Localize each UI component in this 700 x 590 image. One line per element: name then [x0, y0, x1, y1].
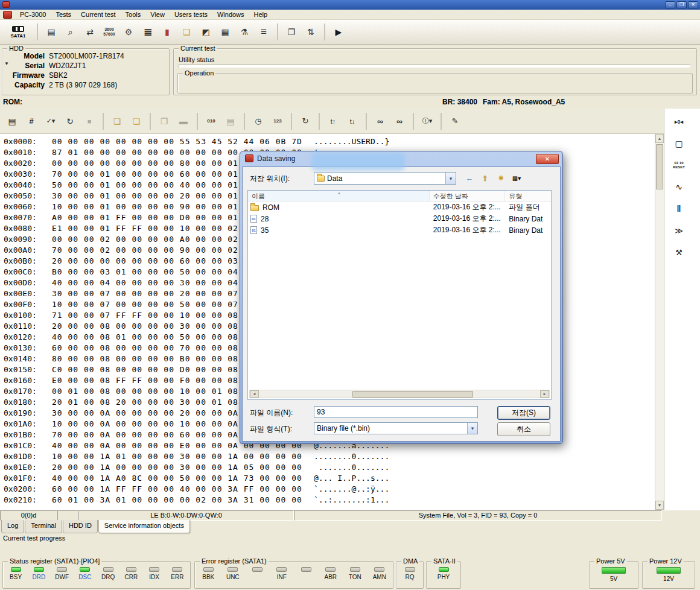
new-folder-icon[interactable]: ✱: [494, 172, 508, 185]
selection-frame-icon[interactable]: ▢: [668, 135, 690, 152]
file-row[interactable]: 01 35 2019-03-16 오후 2:... Binary Dat: [248, 224, 551, 236]
settings-icon[interactable]: ⚙: [119, 23, 138, 41]
text-up-icon[interactable]: t↑: [324, 112, 342, 130]
register-led: BBK: [196, 567, 221, 580]
column-header-name[interactable]: 이름 ▲: [248, 191, 430, 201]
file-list[interactable]: 이름 ▲ 수정한 날짜 유형 ROM: [247, 190, 552, 400]
tab-hdd-id[interactable]: HDD ID: [63, 520, 98, 533]
scroll-right-icon[interactable]: ►: [540, 390, 549, 398]
chart-icon[interactable]: ◩: [197, 23, 215, 41]
hex-row[interactable]: 0x0200: 60 00 00 1A FF FF 00 00 40 00 00…: [0, 484, 655, 495]
timer-icon[interactable]: ◷: [249, 112, 267, 130]
minimize-button[interactable]: –: [665, 1, 675, 8]
new-document-icon[interactable]: ▤: [3, 112, 21, 130]
hex-grid-icon[interactable]: #: [22, 112, 40, 130]
info-menu-icon[interactable]: Ⓘ▾: [418, 112, 436, 130]
refresh-icon[interactable]: ↻: [61, 112, 79, 130]
file-row[interactable]: ROM 2019-03-16 오후 2:... 파일 폴더: [248, 201, 551, 213]
resources-icon[interactable]: ▤: [42, 23, 60, 41]
numbers-icon[interactable]: 123: [269, 112, 287, 130]
file-type-combobox[interactable]: Binary file (*.bin) ▾: [314, 422, 478, 434]
menu-help[interactable]: Help: [249, 10, 273, 19]
chevron-down-icon[interactable]: ▾: [445, 173, 456, 184]
scrollbar-thumb[interactable]: [352, 391, 473, 398]
find-next-icon[interactable]: ∞: [390, 112, 409, 130]
text-down-icon[interactable]: t↓: [343, 112, 361, 130]
hdd-field: Capacity2 TB (3 907 029 168): [6, 81, 117, 89]
document-icon[interactable]: ▤: [221, 112, 240, 130]
menu-current-test[interactable]: Current test: [76, 10, 120, 19]
search-icon[interactable]: ⌕: [62, 23, 80, 41]
flask-icon[interactable]: ⚗: [235, 23, 253, 41]
tab-log[interactable]: Log: [1, 520, 24, 533]
cancel-button[interactable]: 취소: [497, 422, 550, 436]
status-cell-blank: [57, 510, 78, 521]
stop-icon[interactable]: ■: [80, 112, 98, 130]
power-meter-icon[interactable]: ▸0◂: [668, 113, 690, 130]
save-button[interactable]: 저장(S): [497, 406, 550, 420]
dialog-titlebar[interactable]: Data saving ✕: [240, 151, 562, 167]
report-icon[interactable]: ≡: [255, 23, 273, 41]
pause-icon[interactable]: ‖: [668, 200, 690, 217]
up-folder-icon[interactable]: ⇧: [478, 172, 492, 185]
database-icon[interactable]: ≣: [139, 23, 157, 41]
tools-icon[interactable]: ⚒: [668, 244, 690, 261]
views-menu-icon[interactable]: ▦▾: [509, 172, 524, 185]
copy-icon[interactable]: ❐: [282, 23, 301, 41]
reload-icon[interactable]: ↻: [296, 112, 314, 130]
horizontal-scrollbar[interactable]: ◄ ►: [249, 390, 550, 398]
baud-rate-value: BR: 38400: [442, 98, 477, 106]
vertical-scrollbar[interactable]: ▲ ▼: [655, 134, 664, 510]
menu-pc3000[interactable]: PC-3000: [15, 10, 51, 19]
paste-icon[interactable]: ▬: [174, 112, 192, 130]
menu-view[interactable]: View: [145, 10, 170, 19]
hex-row[interactable]: 0x0000: 00 00 00 00 00 00 00 00 55 53 45…: [0, 137, 655, 148]
folder-eject-icon[interactable]: ❏: [177, 23, 196, 41]
column-header-date[interactable]: 수정한 날짜: [430, 191, 506, 201]
menu-users-tests[interactable]: Users tests: [170, 10, 212, 19]
menu-tools[interactable]: Tools: [121, 10, 146, 19]
led-indicator: [57, 567, 67, 572]
dialog-close-button[interactable]: ✕: [536, 154, 559, 164]
binary-edit-icon[interactable]: 010: [202, 112, 220, 130]
transfer-icon[interactable]: ≫: [668, 222, 690, 239]
power-module-icon[interactable]: ▮: [158, 23, 176, 41]
copy-icon[interactable]: ❐: [155, 112, 173, 130]
run-icon[interactable]: ▶: [329, 23, 348, 41]
baud-rate-icon[interactable]: 3600 57600: [100, 23, 118, 41]
hex-row[interactable]: 0x0210: 60 01 00 3A 01 00 00 00 00 02 00…: [0, 495, 655, 506]
sata1-port-button[interactable]: SATA1: [3, 21, 33, 43]
edit-icon[interactable]: ✎: [446, 112, 464, 130]
tab-service-information-objects[interactable]: Service information objects: [98, 520, 190, 533]
scrollbar-thumb[interactable]: [656, 144, 663, 189]
exchange-icon[interactable]: ⇄: [81, 23, 99, 41]
find-icon[interactable]: ∞: [371, 112, 389, 130]
status-cell-object: System File, Vol = 3, FID = 93, Copy = 0: [294, 510, 662, 521]
scroll-left-icon[interactable]: ◄: [250, 390, 259, 398]
folder-export-icon[interactable]: ❏: [127, 112, 145, 130]
tab-terminal[interactable]: Terminal: [25, 520, 62, 533]
hex-row[interactable]: 0x01E0: 20 00 00 1A 00 00 00 00 30 00 00…: [0, 463, 655, 474]
register-led: INF: [270, 567, 294, 580]
chevron-down-icon[interactable]: ▾: [467, 423, 477, 434]
apply-menu-icon[interactable]: ✓▾: [42, 112, 60, 130]
signal-probe-icon[interactable]: ∿: [668, 179, 690, 195]
table-icon[interactable]: ▦: [216, 23, 234, 41]
scroll-up-icon[interactable]: ▲: [655, 134, 664, 143]
sort-icon[interactable]: ⇅: [302, 23, 320, 41]
maximize-button[interactable]: ❐: [676, 1, 687, 8]
hex-row[interactable]: 0x01D0: 10 00 00 1A 01 00 00 00 30 00 00…: [0, 452, 655, 463]
close-button[interactable]: ✕: [688, 1, 698, 8]
hdd-field: FirmwareSBK2: [6, 71, 68, 80]
scroll-down-icon[interactable]: ▼: [655, 501, 664, 510]
menu-windows[interactable]: Windows: [212, 10, 249, 19]
reset-icon[interactable]: 01 10 RESET: [668, 157, 690, 174]
file-row[interactable]: 01 28 2019-03-16 오후 2:... Binary Dat: [248, 213, 551, 224]
column-header-type[interactable]: 유형: [505, 191, 551, 201]
save-in-combobox[interactable]: Data ▾: [314, 172, 456, 185]
folder-import-icon[interactable]: ❏: [108, 112, 126, 130]
file-name-input[interactable]: [314, 406, 478, 418]
hex-row[interactable]: 0x01F0: 40 00 00 1A A0 8C 00 00 50 00 00…: [0, 474, 655, 484]
back-icon[interactable]: ←: [462, 172, 477, 185]
menu-tests[interactable]: Tests: [51, 10, 76, 19]
